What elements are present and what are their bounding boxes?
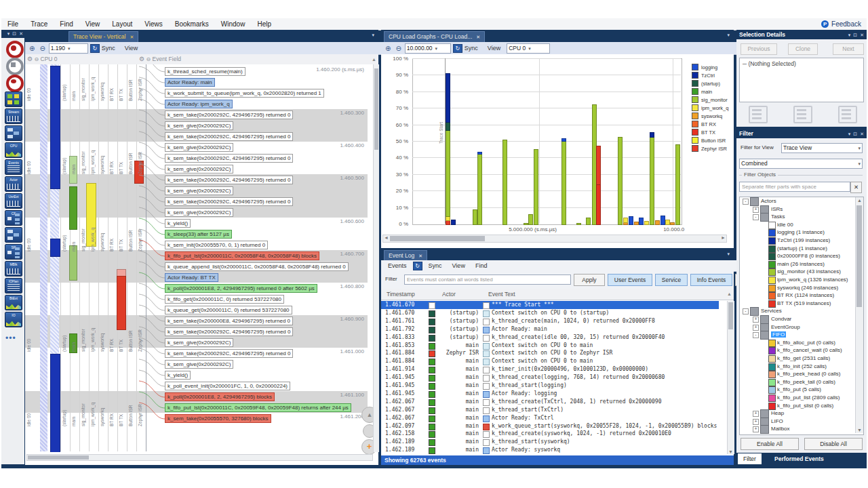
event-log-row[interactable]: 1.461.761(startup)k_thread_create(main, … [381, 317, 719, 325]
dashboard-icon[interactable] [4, 91, 22, 107]
menu-views[interactable]: Views [138, 18, 169, 30]
expand-icon[interactable]: + [753, 325, 759, 331]
tree-item-k_fifo_get[interactable]: k_fifo_get (2531 calls) [740, 354, 854, 363]
chart-bar-segment-logging[interactable] [477, 152, 482, 155]
zoom-level-combo[interactable]: 10.000.00▾ [405, 43, 451, 54]
menu-window[interactable]: Window [215, 18, 252, 30]
event-log-row[interactable]: 1.461.884mainContext switch on CPU 0 to … [381, 357, 719, 365]
event-log-row[interactable]: 1.462.097maink_work_queue_start(sysworkq… [381, 422, 719, 430]
chart-bar-segment-sig-monitor[interactable] [477, 153, 482, 225]
dropdown-icon[interactable]: ▾ [7, 31, 10, 36]
color-checkbox[interactable] [768, 222, 776, 229]
collapse-icon[interactable]: - [743, 308, 749, 314]
event-log-row[interactable]: 1.461.670*** Trace Start *** [381, 301, 719, 309]
feedback-button[interactable]: P Feedback [821, 18, 861, 30]
view-select-combo[interactable]: Trace View▾ [781, 143, 863, 153]
tree-item-fifo[interactable]: -FIFO [740, 331, 854, 339]
color-checkbox[interactable] [768, 237, 776, 245]
cpu-select-combo[interactable]: CPU 0▾ [507, 43, 550, 54]
log-menu-view[interactable]: View [448, 262, 469, 269]
expand-icon[interactable]: + [753, 411, 759, 417]
scroll-up-icon[interactable]: ▲ [372, 54, 376, 64]
tree-item-k_fifo_peek_tail[interactable]: k_fifo_peek_tail (0 calls) [740, 378, 854, 386]
log-menu-events[interactable]: Events [384, 262, 411, 269]
actor-ready-event[interactable]: Actor Ready: BT TX [165, 273, 218, 282]
apply-button[interactable]: Apply [574, 274, 605, 286]
view-menu[interactable]: View [488, 45, 500, 52]
service-call-event[interactable]: k_fifo_get(0x2000011C, 0) returned 53722… [165, 295, 284, 304]
user-events-button[interactable]: User Events [608, 274, 652, 286]
tree-item-k_fifo_put_slist[interactable]: k_fifo_put_slist (0 calls) [740, 402, 854, 410]
tree-item-eventgroup[interactable]: +EventGroup [740, 323, 854, 331]
event-log-row[interactable]: 1.462.189maink_thread_start(sysworkq) [381, 438, 719, 446]
chart-bar-segment-sysworkq[interactable] [670, 222, 675, 225]
chart-bar-segment-ipm-work-q[interactable] [644, 221, 649, 225]
collapse-icon[interactable]: - [753, 332, 759, 338]
actor-ready-event[interactable]: Actor Ready: main [165, 78, 215, 87]
event-filter-input[interactable] [404, 274, 571, 285]
service-call-event[interactable]: k_sem_take(0x2000292C, 4294967295) retur… [165, 132, 293, 141]
close-icon[interactable]: ✕ [19, 31, 23, 36]
tree-item-logging[interactable]: logging (1 instance) [740, 228, 854, 237]
chart-bar-segment-sig-monitor[interactable] [524, 223, 528, 225]
close-icon[interactable]: ✕ [418, 253, 422, 258]
event-log-row[interactable]: 1.462.158maink_thread_create(sysworkq, 1… [381, 430, 719, 438]
service-call-event[interactable]: k_sem_give(0x2000292C) [165, 360, 233, 369]
scroll-up-icon[interactable]: ▲ [857, 198, 862, 203]
event-log-row[interactable]: 1.461.792(startup)Actor Ready: main [381, 325, 719, 333]
chart-bar-segment-logging[interactable] [561, 138, 566, 141]
menu-file[interactable]: File [1, 18, 24, 30]
scroll-down-icon[interactable]: ▼ [728, 449, 733, 454]
service-call-event[interactable]: k_sem_take(0x2000292C, 4294967295) retur… [165, 110, 293, 119]
chart-bar-segment-tzctrl[interactable] [650, 132, 654, 138]
sync-toggle[interactable]: Sync [102, 45, 115, 52]
col-timestamp[interactable]: Timestamp [387, 289, 415, 300]
mode-select-combo[interactable]: Combined▾ [739, 159, 863, 169]
tree-v-scrollbar[interactable]: ▲ ▼ [855, 197, 863, 433]
pin-icon[interactable]: ⊡ [853, 131, 857, 136]
group-checkbox[interactable] [760, 425, 769, 434]
state-graph-icon[interactable]: SR [4, 243, 22, 260]
sync-toggle[interactable]: Sync [465, 45, 478, 52]
execution-bar--startup-[interactable] [50, 239, 60, 257]
enable-all-button[interactable]: Enable All [741, 438, 799, 450]
service-call-event[interactable]: k_sem_give(0x2000292C) [165, 186, 233, 195]
service-call-event[interactable]: k_poll_event_init(0x200001FC, 1, 0, 0x20… [165, 382, 290, 390]
trace-h-scrollbar[interactable] [26, 454, 373, 461]
service-call-event[interactable]: k_yield() [165, 371, 191, 380]
tree-item-ipm_work_q[interactable]: ipm_work_q (1326 instances) [740, 276, 854, 284]
event-log-row[interactable]: 1.461.914maink_timer_init(0x20000496, 0x… [381, 365, 719, 373]
service-call-event[interactable]: k_work_submit_to_queue(ipm_work_q, 0x200… [165, 89, 324, 98]
tab-trace-view[interactable]: Trace View - Vertical✕ [68, 31, 138, 42]
tree-item-tzctrl[interactable]: TzCtrl (199 instances) [740, 237, 854, 245]
chart-bar-segment-sig-monitor[interactable] [446, 129, 450, 217]
tree-item-main[interactable]: main (26 instances) [740, 260, 854, 268]
user-events-icon[interactable]: UsrEvt [4, 192, 22, 209]
service-call-event[interactable]: k_sem_give(0x2000292C) [165, 208, 233, 217]
color-checkbox[interactable] [768, 379, 776, 386]
chart-bar-segment-sig-monitor[interactable] [528, 214, 533, 225]
bt-events-icon[interactable]: BtEvt [4, 294, 22, 310]
chart-bar-segment-logging[interactable] [629, 216, 633, 225]
scroll-right-icon[interactable]: ► [721, 235, 726, 240]
zoom-in-icon[interactable]: ⊕ [384, 45, 392, 52]
event-log-row[interactable]: 1.461.945mainActor Ready: logging [381, 390, 719, 398]
return-event[interactable]: k_sleep(33) after 5127 µs [165, 230, 232, 239]
event-log-row[interactable]: 1.461.884Zephyr ISRContext switch on CPU… [381, 349, 719, 357]
close-icon[interactable]: ✕ [476, 35, 480, 39]
chart-bar-segment-sig-monitor[interactable] [576, 223, 581, 225]
tab-overflow-icon[interactable]: ▾ [727, 33, 730, 38]
actor-graph-icon[interactable]: Actor [4, 176, 22, 192]
color-checkbox[interactable] [768, 268, 776, 276]
color-checkbox[interactable] [768, 300, 776, 308]
clear-filter-button[interactable]: ✕ [850, 182, 862, 193]
scroll-up-icon[interactable]: ▲ [727, 289, 732, 300]
tab-performed-events[interactable]: Performed Events [769, 453, 829, 464]
collapse-icon[interactable]: - [743, 199, 749, 205]
snapshot-button[interactable] [4, 74, 22, 90]
chart-bar-segment-sig-monitor[interactable] [502, 140, 507, 225]
dropdown-icon[interactable]: ▾ [848, 131, 851, 136]
menu-layout[interactable]: Layout [106, 18, 138, 30]
tree-item-bt[interactable]: BT RX (1124 instances) [740, 291, 854, 300]
service-call-event[interactable]: k_thread_sched_resume(main) [165, 67, 245, 76]
